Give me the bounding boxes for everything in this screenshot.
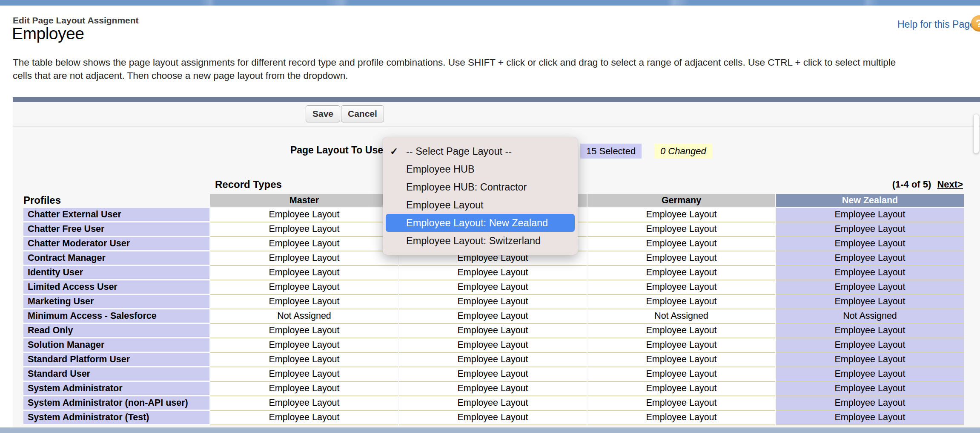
profile-cell[interactable]: Limited Access User <box>23 280 209 295</box>
dropdown-option[interactable]: Employee Layout <box>386 196 575 214</box>
dropdown-option-label: Employee Layout: Switzerland <box>406 235 541 247</box>
assignment-cell-new-zealand[interactable]: Employee Layout <box>776 324 964 338</box>
table-row: Minimum Access - Salesforce Not Assigned… <box>23 309 964 324</box>
assignment-cell-new-zealand[interactable]: Employee Layout <box>776 411 964 425</box>
profile-cell[interactable]: Chatter Free User <box>23 222 209 237</box>
column-header-new-zealand[interactable]: New Zealand <box>776 194 964 208</box>
assignment-cell-hidden-column[interactable]: Employee Layout <box>399 411 587 425</box>
assignment-cell-germany[interactable]: Not Assigned <box>587 309 775 324</box>
assignment-cell-hidden-column[interactable]: Employee Layout <box>399 382 587 396</box>
assignment-cell-hidden-column[interactable]: Employee Layout <box>399 280 587 295</box>
assignment-cell-new-zealand[interactable]: Employee Layout <box>776 208 964 222</box>
assignment-cell-new-zealand[interactable]: Not Assigned <box>776 309 964 324</box>
assignment-cell-master[interactable]: Employee Layout <box>210 295 398 309</box>
assignment-cell-new-zealand[interactable]: Employee Layout <box>776 251 964 266</box>
assignment-cell-new-zealand[interactable]: Employee Layout <box>776 295 964 309</box>
assignment-cell-master[interactable]: Employee Layout <box>210 208 398 222</box>
profile-cell[interactable]: Chatter Moderator User <box>23 237 209 251</box>
assignment-cell-master[interactable]: Employee Layout <box>210 280 398 295</box>
changed-count-badge: 0 Changed <box>654 144 712 159</box>
assignment-cell-new-zealand[interactable]: Employee Layout <box>776 353 964 367</box>
dropdown-option[interactable]: Employee Layout: Switzerland <box>386 232 575 250</box>
profile-cell[interactable]: System Administrator <box>23 382 209 396</box>
dropdown-option[interactable]: ✓ -- Select Page Layout -- <box>386 142 575 160</box>
checkmark-icon: ✓ <box>390 146 406 157</box>
assignment-cell-new-zealand[interactable]: Employee Layout <box>776 237 964 251</box>
assignment-cell-germany[interactable]: Employee Layout <box>587 382 775 396</box>
assignment-cell-master[interactable]: Employee Layout <box>210 367 398 382</box>
assignment-cell-master[interactable]: Employee Layout <box>210 353 398 367</box>
assignment-cell-hidden-column[interactable]: Employee Layout <box>399 266 587 280</box>
table-row: Marketing User Employee Layout Employee … <box>23 295 964 309</box>
profile-cell[interactable]: Minimum Access - Salesforce <box>23 309 209 324</box>
dropdown-option-label: -- Select Page Layout -- <box>406 146 512 157</box>
assignment-cell-new-zealand[interactable]: Employee Layout <box>776 280 964 295</box>
profile-cell[interactable]: System Administrator (non-API user) <box>23 396 209 411</box>
cancel-button[interactable]: Cancel <box>341 105 384 122</box>
assignment-cell-new-zealand[interactable]: Employee Layout <box>776 367 964 382</box>
assignment-cell-master[interactable]: Employee Layout <box>210 338 398 353</box>
profile-cell[interactable]: Marketing User <box>23 295 209 309</box>
assignment-cell-hidden-column[interactable]: Employee Layout <box>399 367 587 382</box>
assignment-cell-new-zealand[interactable]: Employee Layout <box>776 338 964 353</box>
save-button[interactable]: Save <box>306 105 340 122</box>
next-page-link[interactable]: Next> <box>937 179 963 190</box>
assignment-cell-master[interactable]: Employee Layout <box>210 222 398 237</box>
assignment-cell-new-zealand[interactable]: Employee Layout <box>776 396 964 411</box>
assignment-cell-hidden-column[interactable]: Employee Layout <box>399 396 587 411</box>
profile-cell[interactable]: Identity User <box>23 266 209 280</box>
assignment-cell-master[interactable]: Employee Layout <box>210 266 398 280</box>
assignment-cell-master[interactable]: Employee Layout <box>210 382 398 396</box>
assignment-cell-master[interactable]: Employee Layout <box>210 411 398 425</box>
vertical-scrollbar-thumb[interactable] <box>974 114 979 153</box>
table-row: System Administrator Employee Layout Emp… <box>23 382 964 396</box>
assignment-cell-new-zealand[interactable]: Employee Layout <box>776 382 964 396</box>
assignment-cell-hidden-column[interactable]: Employee Layout <box>399 338 587 353</box>
pagination: (1-4 of 5) Next> <box>793 179 963 190</box>
dropdown-option[interactable]: Employee HUB: Contractor <box>386 178 575 196</box>
profile-cell[interactable]: Chatter External User <box>23 208 209 222</box>
description-line-2: cells that are not adjacent. Then choose… <box>13 69 980 82</box>
help-link[interactable]: Help for this Page <box>897 19 975 30</box>
assignment-cell-new-zealand[interactable]: Employee Layout <box>776 222 964 237</box>
assignment-cell-germany[interactable]: Employee Layout <box>587 353 775 367</box>
profile-cell[interactable]: System Administrator (Test) <box>23 411 209 425</box>
table-row: System Administrator (non-API user) Empl… <box>23 396 964 411</box>
assignment-cell-germany[interactable]: Employee Layout <box>587 295 775 309</box>
assignment-cell-germany[interactable]: Employee Layout <box>587 396 775 411</box>
assignment-cell-germany[interactable]: Employee Layout <box>587 411 775 425</box>
assignment-cell-germany[interactable]: Employee Layout <box>587 266 775 280</box>
assignment-cell-germany[interactable]: Employee Layout <box>587 338 775 353</box>
assignment-cell-hidden-column[interactable]: Employee Layout <box>399 295 587 309</box>
assignment-cell-master[interactable]: Employee Layout <box>210 251 398 266</box>
assignment-cell-master[interactable]: Not Assigned <box>210 309 398 324</box>
dropdown-option[interactable]: Employee Layout: New Zealand <box>386 214 575 232</box>
horizontal-scrollbar[interactable] <box>0 427 980 433</box>
assignment-cell-master[interactable]: Employee Layout <box>210 396 398 411</box>
column-header-germany[interactable]: Germany <box>587 194 775 208</box>
column-header-master[interactable]: Master <box>210 194 398 208</box>
assignment-cell-germany[interactable]: Employee Layout <box>587 237 775 251</box>
profile-cell[interactable]: Read Only <box>23 324 209 338</box>
assignment-cell-germany[interactable]: Employee Layout <box>587 222 775 237</box>
assignment-cell-hidden-column[interactable]: Employee Layout <box>399 309 587 324</box>
top-banner <box>0 0 980 6</box>
table-row: Limited Access User Employee Layout Empl… <box>23 280 964 295</box>
assignment-cell-germany[interactable]: Employee Layout <box>587 280 775 295</box>
profiles-header-spacer <box>23 194 209 208</box>
assignment-cell-germany[interactable]: Employee Layout <box>587 251 775 266</box>
assignment-cell-new-zealand[interactable]: Employee Layout <box>776 266 964 280</box>
profile-cell[interactable]: Solution Manager <box>23 338 209 353</box>
profile-cell[interactable]: Contract Manager <box>23 251 209 266</box>
profile-cell[interactable]: Standard User <box>23 367 209 382</box>
assignment-cell-germany[interactable]: Employee Layout <box>587 208 775 222</box>
dropdown-option[interactable]: Employee HUB <box>386 160 575 178</box>
assignment-cell-germany[interactable]: Employee Layout <box>587 367 775 382</box>
assignment-cell-germany[interactable]: Employee Layout <box>587 324 775 338</box>
assignment-cell-master[interactable]: Employee Layout <box>210 237 398 251</box>
assignment-cell-hidden-column[interactable]: Employee Layout <box>399 353 587 367</box>
profile-cell[interactable]: Standard Platform User <box>23 353 209 367</box>
assignment-cell-hidden-column[interactable]: Employee Layout <box>399 324 587 338</box>
dropdown-option-label: Employee Layout <box>406 199 484 211</box>
assignment-cell-master[interactable]: Employee Layout <box>210 324 398 338</box>
